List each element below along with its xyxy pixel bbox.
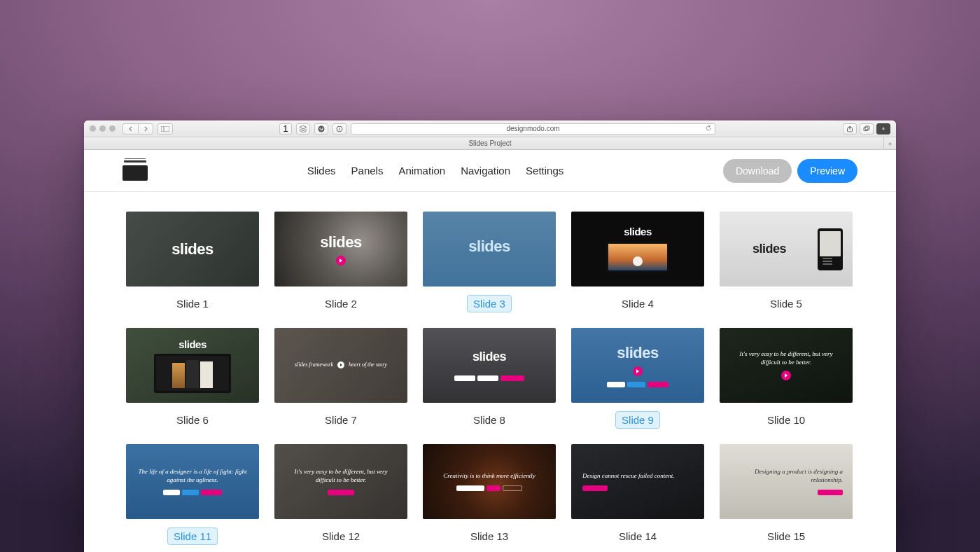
- play-icon: [336, 256, 346, 265]
- slide-title: slides: [172, 240, 213, 258]
- download-button[interactable]: Download: [723, 159, 792, 183]
- mini-input: [477, 375, 498, 381]
- phone-mock-icon: [818, 228, 843, 270]
- slide-label[interactable]: Slide 14: [613, 527, 662, 545]
- slide-thumb[interactable]: The life of a designer is a life of figh…: [126, 444, 259, 519]
- svg-rect-0: [161, 126, 169, 132]
- browser-tabbar: Slides Project +: [84, 137, 896, 150]
- slide-subtitle: [454, 366, 524, 370]
- slide-card-7: slides framework heart of the story Slid…: [274, 328, 407, 429]
- slide-label[interactable]: Slide 9: [615, 411, 660, 429]
- slides-content: slides Slide 1 slides Slide 2 slides Sli…: [84, 192, 896, 552]
- slide-tagline-2: heart of the story: [349, 361, 387, 368]
- slide-label[interactable]: Slide 8: [468, 411, 511, 429]
- slide-tagline: slides framework: [295, 361, 333, 368]
- address-bar[interactable]: designmodo.com: [351, 123, 715, 134]
- slide-thumb[interactable]: Creativity is to think more efficiently: [423, 444, 556, 519]
- slide-title: slides: [454, 350, 524, 364]
- zoom-window-icon[interactable]: [109, 125, 115, 132]
- slide-thumb[interactable]: slides: [126, 212, 259, 287]
- slide-label[interactable]: Slide 7: [319, 411, 363, 429]
- buffer-extension-icon[interactable]: [296, 123, 310, 134]
- window-traffic-lights[interactable]: [90, 125, 115, 132]
- slide-thumb[interactable]: It's very easy to be different, but very…: [720, 328, 853, 403]
- slide-card-10: It's very easy to be different, but very…: [720, 328, 853, 429]
- slide-title: slides: [607, 344, 668, 362]
- tabs-overview-button[interactable]: [860, 123, 874, 134]
- close-window-icon[interactable]: [90, 125, 96, 132]
- nav-settings[interactable]: Settings: [526, 165, 564, 177]
- play-icon: [633, 366, 643, 376]
- back-button[interactable]: [122, 123, 138, 134]
- slide-title: slides: [320, 233, 361, 251]
- slide-title: slides: [154, 338, 231, 350]
- main-nav: Slides Panels Animation Navigation Setti…: [148, 165, 723, 177]
- slide-thumb[interactable]: slides: [571, 328, 704, 403]
- share-button[interactable]: [843, 123, 857, 134]
- mini-cta: [648, 382, 668, 387]
- slide-label[interactable]: Slide 13: [465, 527, 514, 545]
- slide-thumb[interactable]: slides: [571, 212, 704, 287]
- slide-card-14: Design cannot rescue failed content. Sli…: [571, 444, 704, 545]
- slide-thumb[interactable]: slides: [423, 328, 556, 403]
- slide-label[interactable]: Slide 2: [319, 295, 363, 312]
- mini-cta: [500, 375, 524, 381]
- slide-label[interactable]: Slide 3: [467, 295, 512, 312]
- slide-label[interactable]: Slide 15: [762, 527, 811, 545]
- preview-button[interactable]: Preview: [797, 159, 858, 183]
- forward-button[interactable]: [138, 123, 153, 134]
- new-tab-button[interactable]: +: [883, 137, 896, 150]
- slide-label[interactable]: Slide 5: [764, 295, 808, 312]
- slide-label[interactable]: Slide 4: [616, 295, 659, 312]
- slide-card-1: slides Slide 1: [126, 212, 259, 312]
- svg-point-2: [318, 125, 325, 132]
- mini-input: [607, 382, 625, 387]
- pinterest-extension-icon[interactable]: [314, 123, 328, 134]
- slide-thumb[interactable]: It's very easy to be different, but very…: [274, 444, 407, 519]
- slide-tagline: Designing a product is designing a relat…: [729, 468, 843, 484]
- app-header: Slides Panels Animation Navigation Setti…: [84, 150, 896, 192]
- reload-icon[interactable]: [705, 125, 712, 133]
- svg-rect-8: [865, 126, 869, 130]
- mini-btn: [182, 490, 199, 495]
- slides-grid: slides Slide 1 slides Slide 2 slides Sli…: [126, 212, 854, 545]
- slide-tagline: The life of a designer is a life of figh…: [136, 468, 249, 484]
- downloads-button[interactable]: [876, 123, 890, 134]
- page-number-label: 1: [283, 123, 288, 134]
- nav-panels[interactable]: Panels: [351, 165, 384, 177]
- minimize-window-icon[interactable]: [99, 125, 106, 132]
- play-icon: [781, 371, 791, 380]
- slide-card-3: slides Slide 3: [423, 212, 556, 312]
- nav-navigation[interactable]: Navigation: [461, 165, 510, 177]
- slide-tagline: It's very easy to be different, but very…: [729, 350, 843, 366]
- slide-thumb[interactable]: slides: [423, 212, 556, 287]
- tab-title[interactable]: Slides Project: [468, 139, 511, 147]
- slide-thumb[interactable]: slides: [720, 212, 853, 287]
- sidebar-toggle-button[interactable]: [158, 123, 173, 134]
- slide-label[interactable]: Slide 1: [171, 295, 214, 312]
- address-url: designmodo.com: [506, 125, 559, 132]
- slide-card-9: slides Slide 9: [571, 328, 704, 429]
- slide-thumb[interactable]: slides: [274, 212, 407, 287]
- info-extension-icon[interactable]: [332, 123, 346, 134]
- nav-animation[interactable]: Animation: [398, 165, 445, 177]
- slide-thumb[interactable]: Design cannot rescue failed content.: [571, 444, 704, 519]
- mini-cta: [818, 490, 843, 495]
- page-number-button[interactable]: 1: [279, 123, 292, 134]
- slide-card-8: slides Slide 8: [423, 328, 556, 429]
- slide-label[interactable]: Slide 11: [167, 527, 218, 545]
- slide-thumb[interactable]: slides framework heart of the story: [274, 328, 407, 403]
- mini-outline: [503, 485, 522, 491]
- mini-cta: [328, 490, 354, 495]
- slide-title: slides: [729, 242, 809, 256]
- nav-slides[interactable]: Slides: [307, 165, 336, 177]
- slide-card-15: Designing a product is designing a relat…: [720, 444, 853, 545]
- slide-thumb[interactable]: Designing a product is designing a relat…: [720, 444, 853, 519]
- app-logo-icon[interactable]: [122, 160, 148, 181]
- slide-card-12: It's very easy to be different, but very…: [274, 444, 407, 545]
- slide-label[interactable]: Slide 6: [171, 411, 214, 429]
- slide-thumb[interactable]: slides: [126, 328, 259, 403]
- mini-input: [456, 485, 484, 491]
- slide-label[interactable]: Slide 12: [316, 527, 365, 545]
- slide-label[interactable]: Slide 10: [762, 411, 811, 429]
